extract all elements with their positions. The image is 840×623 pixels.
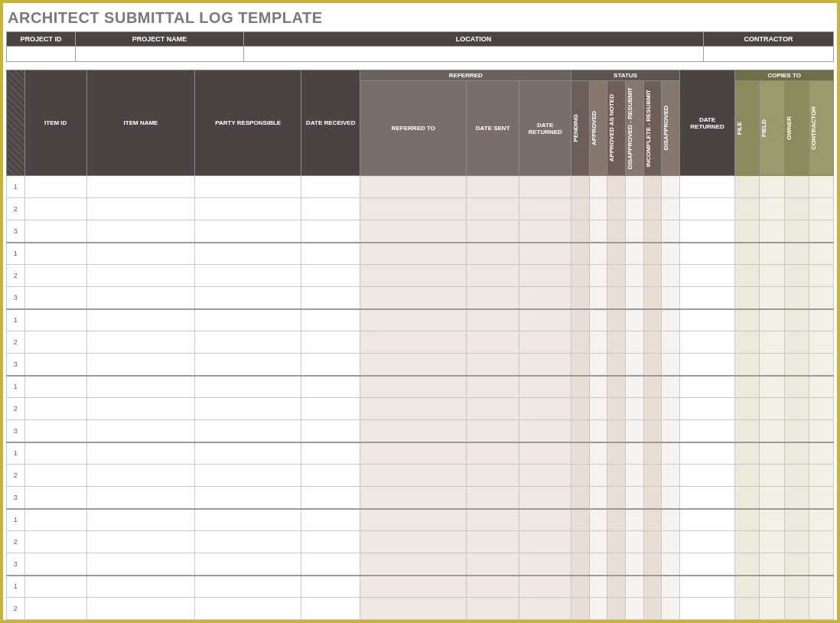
cell-status-incomplete-resubmit[interactable] (643, 487, 662, 509)
cell-item-id[interactable] (24, 220, 86, 243)
cell-copies-owner[interactable] (784, 198, 809, 220)
cell-date-returned-2[interactable] (679, 176, 735, 198)
cell-item-id[interactable] (24, 354, 86, 376)
cell-copies-field[interactable] (760, 531, 784, 553)
cell-referred-to[interactable] (360, 420, 467, 442)
cell-status-incomplete-resubmit[interactable] (643, 176, 662, 198)
cell-copies-file[interactable] (735, 398, 760, 420)
cell-referred-to[interactable] (360, 354, 467, 376)
cell-status-approved-as-noted[interactable] (607, 531, 626, 553)
cell-date-returned-2[interactable] (679, 531, 735, 553)
cell-status-disapproved-resubmit[interactable] (626, 287, 644, 309)
cell-date-returned[interactable] (519, 420, 571, 442)
cell-status-pending[interactable] (571, 553, 590, 576)
cell-row-number[interactable]: 1 (7, 176, 25, 198)
cell-date-sent[interactable] (467, 553, 519, 576)
cell-copies-contractor[interactable] (809, 420, 833, 442)
cell-item-name[interactable] (86, 598, 194, 620)
cell-referred-to[interactable] (360, 287, 467, 309)
cell-copies-file[interactable] (735, 198, 760, 220)
cell-copies-file[interactable] (735, 487, 760, 509)
cell-status-disapproved[interactable] (662, 620, 680, 623)
cell-row-number[interactable]: 1 (7, 309, 25, 331)
cell-status-approved[interactable] (589, 442, 607, 465)
cell-copies-field[interactable] (760, 620, 784, 623)
cell-status-disapproved[interactable] (662, 376, 680, 398)
cell-status-pending[interactable] (571, 176, 590, 198)
cell-copies-file[interactable] (735, 176, 760, 198)
cell-copies-contractor[interactable] (809, 198, 833, 220)
cell-item-id[interactable] (24, 598, 86, 620)
cell-copies-field[interactable] (760, 420, 784, 442)
cell-date-sent[interactable] (467, 309, 519, 331)
cell-status-incomplete-resubmit[interactable] (643, 531, 662, 553)
cell-copies-contractor[interactable] (809, 287, 833, 309)
cell-date-returned[interactable] (519, 243, 571, 265)
cell-item-name[interactable] (86, 509, 194, 531)
cell-status-disapproved[interactable] (662, 198, 680, 220)
cell-row-number[interactable]: 3 (7, 287, 25, 309)
cell-status-disapproved-resubmit[interactable] (626, 198, 644, 220)
cell-status-approved[interactable] (589, 509, 607, 531)
cell-copies-file[interactable] (735, 509, 760, 531)
cell-copies-contractor[interactable] (809, 620, 833, 623)
cell-status-disapproved[interactable] (662, 487, 680, 509)
cell-item-name[interactable] (86, 553, 194, 576)
cell-party-responsible[interactable] (195, 220, 301, 243)
cell-copies-field[interactable] (760, 442, 784, 465)
cell-item-id[interactable] (24, 531, 86, 553)
cell-date-received[interactable] (301, 198, 360, 220)
cell-date-sent[interactable] (467, 531, 519, 553)
cell-item-name[interactable] (86, 376, 194, 398)
cell-copies-contractor[interactable] (809, 354, 833, 376)
cell-date-received[interactable] (301, 220, 360, 243)
cell-copies-owner[interactable] (784, 465, 809, 487)
cell-item-name[interactable] (86, 287, 194, 309)
cell-status-disapproved-resubmit[interactable] (626, 243, 644, 265)
cell-item-id[interactable] (24, 243, 86, 265)
cell-row-number[interactable]: 1 (7, 376, 25, 398)
cell-date-returned[interactable] (519, 398, 571, 420)
cell-copies-contractor[interactable] (809, 176, 833, 198)
cell-status-approved-as-noted[interactable] (607, 265, 626, 287)
cell-status-disapproved-resubmit[interactable] (626, 376, 644, 398)
cell-date-returned[interactable] (519, 176, 571, 198)
cell-copies-owner[interactable] (784, 531, 809, 553)
cell-status-approved-as-noted[interactable] (607, 465, 626, 487)
cell-status-incomplete-resubmit[interactable] (643, 354, 662, 376)
cell-status-approved-as-noted[interactable] (607, 620, 626, 623)
cell-date-returned-2[interactable] (679, 465, 735, 487)
cell-date-returned[interactable] (519, 442, 571, 465)
cell-row-number[interactable]: 2 (7, 531, 25, 553)
cell-status-disapproved-resubmit[interactable] (626, 465, 644, 487)
cell-copies-file[interactable] (735, 553, 760, 576)
cell-date-received[interactable] (301, 442, 360, 465)
cell-date-sent[interactable] (467, 176, 519, 198)
cell-item-id[interactable] (24, 198, 86, 220)
cell-date-received[interactable] (301, 509, 360, 531)
cell-date-returned[interactable] (519, 509, 571, 531)
cell-project-name[interactable] (76, 47, 244, 62)
cell-status-disapproved-resubmit[interactable] (626, 576, 644, 598)
cell-status-disapproved[interactable] (662, 287, 680, 309)
cell-date-returned[interactable] (519, 220, 571, 243)
cell-referred-to[interactable] (360, 398, 467, 420)
cell-status-disapproved-resubmit[interactable] (626, 531, 644, 553)
cell-item-id[interactable] (24, 487, 86, 509)
cell-status-incomplete-resubmit[interactable] (643, 442, 662, 465)
cell-status-disapproved[interactable] (662, 220, 680, 243)
cell-date-returned[interactable] (519, 465, 571, 487)
cell-date-returned-2[interactable] (679, 398, 735, 420)
cell-copies-owner[interactable] (784, 354, 809, 376)
cell-date-returned[interactable] (519, 620, 571, 623)
cell-copies-file[interactable] (735, 265, 760, 287)
cell-copies-file[interactable] (735, 354, 760, 376)
cell-date-sent[interactable] (467, 465, 519, 487)
cell-copies-field[interactable] (760, 243, 784, 265)
cell-party-responsible[interactable] (195, 398, 301, 420)
cell-status-approved[interactable] (589, 576, 607, 598)
cell-date-returned[interactable] (519, 376, 571, 398)
cell-copies-owner[interactable] (784, 620, 809, 623)
cell-copies-contractor[interactable] (809, 487, 833, 509)
cell-referred-to[interactable] (360, 553, 467, 576)
